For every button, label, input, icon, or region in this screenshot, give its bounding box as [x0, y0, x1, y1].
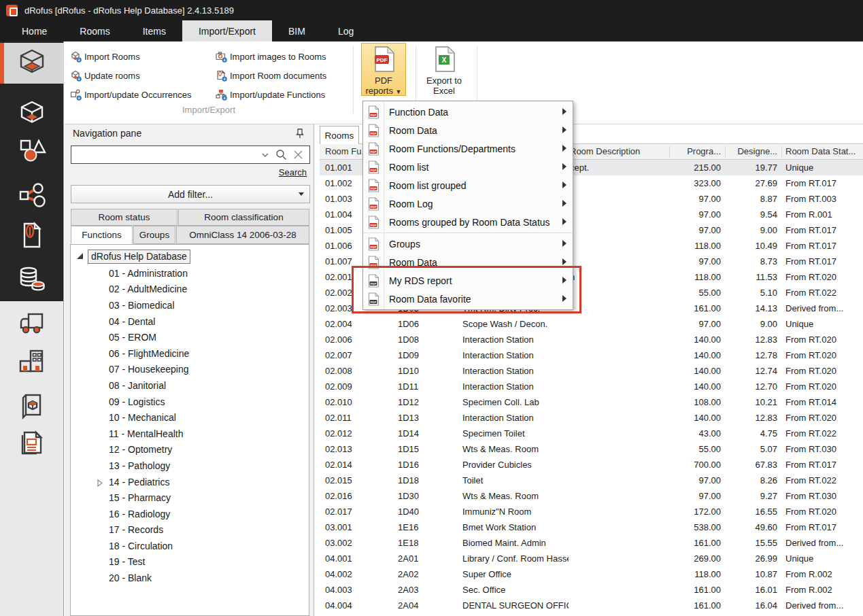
pdf-reports-button[interactable]: PDF PDF reports ▼: [361, 43, 406, 96]
table-cell: 118.00: [671, 238, 726, 254]
table-row[interactable]: 02.0081D10Interaction Station140.0012.74…: [320, 363, 863, 379]
clear-search-icon[interactable]: [294, 150, 303, 159]
table-cell: [570, 301, 669, 316]
table-row[interactable]: 02.0171D40Immuniz"N Room172.0016.55From …: [320, 504, 863, 519]
tree-item-12-optometry[interactable]: 12 - Optometry: [71, 442, 309, 458]
table-cell: From R.002: [784, 582, 863, 598]
menu-item-room-data[interactable]: PDFRoom Data: [363, 121, 573, 139]
menu-item-rooms-grouped-by-room-data-status[interactable]: PDFRooms grouped by Room Data Status: [363, 213, 573, 231]
tree-item-16-radiology[interactable]: 16 - Radiology: [71, 506, 309, 522]
column-separator[interactable]: [725, 146, 726, 158]
table-row[interactable]: 02.0041D06Scope Wash / Decon.97.009.00Un…: [320, 316, 863, 332]
sidebar-module-items-icon[interactable]: [0, 131, 64, 172]
sidebar-module-buildings-icon[interactable]: [0, 342, 64, 383]
nav-tab-functions[interactable]: Functions: [71, 226, 133, 244]
table-row[interactable]: 04.0022A02Super Office118.0010.87From R.…: [320, 566, 863, 582]
tree-item-04-dental[interactable]: 04 - Dental: [71, 313, 309, 330]
column-header-room-data-stat[interactable]: Room Data Stat...: [784, 144, 863, 159]
expander-expanded-icon[interactable]: [76, 251, 84, 262]
menu-tab-log[interactable]: Log: [322, 20, 370, 41]
table-row[interactable]: 03.0021E18Biomed Maint. Admin161.0015.55…: [320, 535, 863, 551]
column-header-room-description[interactable]: Room Description: [570, 144, 669, 159]
menu-tab-bim[interactable]: BIM: [272, 20, 322, 41]
menu-item-room-list[interactable]: PDFRoom list: [363, 158, 573, 176]
tree-item-15-pharmacy[interactable]: 15 - Pharmacy: [71, 490, 309, 506]
export-excel-button[interactable]: X Export toExcel: [422, 43, 467, 96]
nav-tab-room-status[interactable]: Room status: [71, 209, 177, 226]
nav-tab-groups[interactable]: Groups: [133, 226, 175, 244]
update-rooms-button[interactable]: Update rooms: [70, 66, 192, 85]
table-row[interactable]: 04.0012A01Library / Conf. Room Hassell26…: [320, 551, 863, 566]
import-images-to-rooms-button[interactable]: Import images to Rooms: [216, 47, 326, 66]
table-row[interactable]: 02.0061D08Interaction Station140.0012.83…: [320, 332, 863, 347]
column-header-progra[interactable]: Progra...: [671, 144, 726, 159]
table-cell: 1D06: [398, 316, 461, 332]
import-update-functions-button[interactable]: Import/update Functions: [216, 85, 326, 104]
menu-item-groups[interactable]: PDFGroups: [363, 235, 573, 253]
tree-item-14-pediatrics[interactable]: 14 - Pediatrics: [71, 474, 309, 490]
nav-tab-omniclass-14-2006-03-28[interactable]: OmniClass 14 2006-03-28: [176, 226, 309, 244]
tree-item-06-flightmedicine[interactable]: 06 - FlightMedicine: [71, 345, 309, 362]
table-row[interactable]: 02.0161D30Wts & Meas. Room97.009.27From …: [320, 488, 863, 504]
column-separator[interactable]: [781, 146, 782, 158]
tree-root[interactable]: dRofus Help Database: [76, 247, 309, 265]
sidebar-module-catalog-icon[interactable]: [0, 386, 64, 427]
import-room-documents-button[interactable]: Import Room documents: [216, 66, 326, 85]
chevron-down-icon[interactable]: [262, 153, 269, 157]
tab-rooms[interactable]: Rooms: [320, 126, 359, 144]
table-row[interactable]: 02.0151D18Toilet97.008.26From RT.022: [320, 473, 863, 488]
add-filter-dropdown[interactable]: Add filter...: [71, 185, 310, 203]
tree-item-01-administration[interactable]: 01 - Administration: [71, 265, 309, 281]
search-link[interactable]: Search: [279, 167, 307, 177]
tree-item-13-pathology[interactable]: 13 - Pathology: [71, 458, 309, 474]
pin-icon[interactable]: [296, 129, 304, 141]
import-update-occurrences-button[interactable]: Import/update Occurrences: [70, 85, 192, 104]
menu-tab-home[interactable]: Home: [5, 20, 63, 41]
column-separator[interactable]: [669, 146, 670, 158]
tree-item-10-mechanical[interactable]: 10 - Mechanical: [71, 409, 309, 426]
table-row[interactable]: 02.0091D11Interaction Station140.0012.70…: [320, 379, 863, 394]
column-header-designe[interactable]: Designe...: [726, 144, 781, 159]
table-row[interactable]: 02.0121D14Specimen Toilet43.004.75From R…: [320, 426, 863, 441]
tree-item-17-records[interactable]: 17 - Records: [71, 522, 309, 538]
tree-item-03-biomedical[interactable]: 03 - Biomedical: [71, 297, 309, 313]
search-input[interactable]: [71, 150, 262, 160]
tree-item-20-blank[interactable]: 20 - Blank: [71, 570, 309, 586]
menu-item-function-data[interactable]: PDFFunction Data: [363, 103, 573, 121]
expander-collapsed-icon[interactable]: [97, 478, 103, 489]
sidebar-module-accounting-icon[interactable]: [0, 260, 64, 301]
search-icon[interactable]: [275, 149, 287, 160]
table-row[interactable]: 04.0042A04DENTAL SURGEON OFFICE161.0016.…: [320, 598, 863, 613]
sidebar-module-logistics-icon[interactable]: [0, 305, 64, 345]
menu-item-room-functions-departments[interactable]: PDFRoom Functions/Departments: [363, 139, 573, 158]
menu-tab-items[interactable]: Items: [126, 20, 182, 41]
sidebar-module-documents-icon[interactable]: [0, 216, 64, 257]
table-row[interactable]: 02.0141D16Provider Cubicles700.0067.83Fr…: [320, 457, 863, 473]
menu-tab-import-export[interactable]: Import/Export: [182, 20, 272, 41]
sidebar-module-reports-icon[interactable]: [0, 424, 64, 464]
tree-item-05-erom[interactable]: 05 - EROM: [71, 329, 309, 345]
tree-item-07-housekeeping[interactable]: 07 - Housekeeping: [71, 362, 309, 378]
tree-item-11-mentalhealth[interactable]: 11 - MentalHealth: [71, 426, 309, 442]
sidebar-module-occurrences-icon[interactable]: [0, 177, 64, 218]
tree-item-09-logistics[interactable]: 09 - Logistics: [71, 394, 309, 410]
import-rooms-button[interactable]: Import Rooms: [70, 47, 192, 66]
tree-item-19-test[interactable]: 19 - Test: [71, 554, 309, 570]
table-cell: DENTAL SURGEON OFFICE: [462, 598, 569, 613]
table-row[interactable]: 04.0032A03Sec. Office161.0016.01From R.0…: [320, 582, 863, 598]
menu-tab-rooms[interactable]: Rooms: [63, 20, 126, 41]
sidebar-module-rooms-alt-icon[interactable]: [0, 94, 64, 135]
table-row[interactable]: 02.0101D12Specimen Coll. Lab108.0010.21F…: [320, 394, 863, 410]
tree-item-18-circulation[interactable]: 18 - Circulation: [71, 538, 309, 554]
nav-tab-room-classification[interactable]: Room classification: [178, 209, 309, 226]
tree-item-08-janitorial[interactable]: 08 - Janitorial: [71, 377, 309, 394]
menu-item-room-list-grouped[interactable]: PDFRoom list grouped: [363, 176, 573, 194]
table-row[interactable]: 02.0111D13Interaction Station140.0012.83…: [320, 410, 863, 426]
table-row[interactable]: 02.0131D15Wts & Meas. Room55.005.07From …: [320, 441, 863, 457]
table-row[interactable]: 03.0011E16Bmet Work Station538.0049.60Fr…: [320, 519, 863, 535]
tree-item-02-adultmedicine[interactable]: 02 - AdultMedicine: [71, 281, 309, 298]
search-box[interactable]: [71, 146, 310, 164]
menu-item-room-log[interactable]: PDFRoom Log: [363, 194, 573, 213]
sidebar-module-rooms-icon[interactable]: [0, 43, 64, 84]
table-row[interactable]: 02.0071D09Interaction Station140.0012.78…: [320, 347, 863, 363]
